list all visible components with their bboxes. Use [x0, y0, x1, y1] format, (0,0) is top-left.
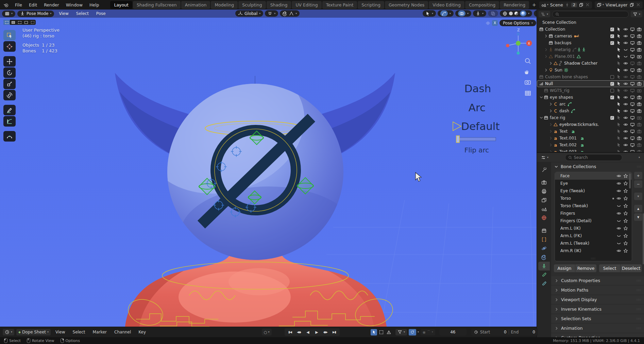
bone-collection-row[interactable]: Arm.L (IK) [555, 225, 632, 232]
new-scene-icon[interactable] [579, 2, 583, 7]
keying-box-button[interactable] [378, 329, 385, 335]
playback-sync-dropdown[interactable]: ○▾ [262, 329, 272, 335]
dope-menu-channel[interactable]: Channel [112, 329, 134, 335]
end-frame-field[interactable]: 0 [532, 330, 535, 334]
visibility-toggle[interactable] [615, 203, 622, 208]
overlays-toggle[interactable]: ▾ [455, 10, 471, 17]
filter-dropdown[interactable]: ▾ [395, 329, 407, 335]
panel-motion-paths[interactable]: Motion Paths∷∷ [551, 286, 644, 294]
tab-physics[interactable] [538, 244, 550, 253]
pin-icon[interactable] [565, 2, 570, 7]
mirror-icon[interactable] [486, 21, 490, 26]
tab-scene[interactable] [538, 204, 550, 213]
menu-window[interactable]: Window [63, 1, 86, 9]
proportional-edit-controls[interactable]: ▾ [280, 10, 300, 17]
wireframe-shading-icon[interactable] [503, 11, 507, 16]
x-mirror-toggle[interactable]: X [492, 20, 498, 26]
orientation-selector[interactable]: Global▾ [235, 10, 263, 17]
pose-options-dropdown[interactable]: Pose Options▾ [499, 20, 536, 26]
menu-help[interactable]: Help [86, 1, 102, 9]
dope-menu-marker[interactable]: Marker [90, 329, 109, 335]
tab-world[interactable] [538, 213, 550, 222]
jump-to-end-button[interactable]: ▶▮ [330, 329, 338, 335]
list-scrollbar[interactable] [629, 174, 631, 189]
add-collection-button[interactable]: + [634, 172, 642, 179]
outliner-row-cameras[interactable]: cameras 4 ✓ [537, 33, 644, 39]
tab-object[interactable] [538, 235, 550, 244]
remove-button[interactable]: Remove [575, 264, 596, 272]
bone-collection-row[interactable]: Torso (Tweak) [555, 202, 632, 210]
tool-transform[interactable] [3, 90, 16, 100]
bone-collection-row[interactable]: Fingers (Detail) [555, 217, 632, 225]
tool-select-box[interactable] [3, 30, 16, 40]
tool-rotate[interactable] [3, 67, 16, 78]
tab-modeling[interactable]: Modeling [211, 1, 238, 9]
list-resize-grip[interactable]: ∷∷ [555, 257, 632, 260]
gizmos-toggle[interactable]: ▾ [438, 10, 454, 17]
tab-bone[interactable] [538, 271, 550, 279]
outliner-row-backups[interactable]: backups ✓ [537, 39, 644, 46]
tab-rendering[interactable]: Rendering [500, 1, 529, 9]
pose-overlay-dropdown[interactable]: ▾ [473, 10, 486, 17]
current-frame-field[interactable]: 46 [439, 329, 467, 335]
properties-editor-selector[interactable]: ▾ [539, 154, 550, 161]
tool-pose-breakdowner[interactable] [3, 131, 16, 142]
start-frame-field[interactable]: 0 [504, 330, 507, 334]
snap-controls[interactable]: ▾ [265, 10, 278, 17]
outliner-row-text002[interactable]: aText.002 a [537, 142, 644, 148]
mode-selector[interactable]: Pose Mode▾ [17, 11, 54, 17]
visibility-dropdown[interactable]: ▾ [423, 10, 436, 17]
solo-star-toggle[interactable] [622, 248, 629, 253]
panel-inverse-kinematics[interactable]: Inverse Kinematics∷∷ [551, 305, 644, 313]
outliner-row-sun[interactable]: Sun [537, 67, 644, 73]
tab-armature-data[interactable] [538, 262, 550, 271]
prev-keyframe-button[interactable]: ◀◆ [295, 329, 303, 335]
select-invert-mode[interactable] [23, 20, 29, 25]
outliner-search-input[interactable] [552, 11, 629, 18]
warning-button[interactable] [386, 329, 392, 335]
visibility-toggle[interactable] [615, 174, 622, 178]
tab-shading[interactable]: Shading [267, 1, 291, 9]
panel-custom-properties[interactable]: Custom Properties∷∷ [551, 333, 644, 337]
label-arc[interactable]: Arc [469, 101, 486, 114]
tool-annotate[interactable] [3, 105, 16, 115]
tab-shading-fullscreen[interactable]: Shading Fullscreen [133, 1, 181, 9]
bone-collection-row-active[interactable]: Torso [555, 195, 632, 202]
solo-star-toggle[interactable] [622, 233, 629, 238]
outliner-row-plane001[interactable]: Plane.001 [537, 53, 644, 60]
move-up-button[interactable]: ▲ [634, 205, 642, 212]
solo-star-toggle[interactable] [622, 241, 629, 246]
properties-options-dropdown[interactable]: ▾ [637, 154, 642, 161]
bone-collection-row[interactable]: Fingers [555, 210, 632, 217]
solo-star-toggle[interactable] [622, 211, 629, 216]
outliner-row-collection[interactable]: Collection ✓ [537, 26, 644, 33]
outliner-row-custom-bone-shapes[interactable]: Custom bone shapes [537, 73, 644, 80]
dope-menu-select[interactable]: Select [70, 329, 88, 335]
specials-dropdown-button[interactable]: ▾ [634, 193, 642, 200]
tab-animation[interactable]: Animation [181, 1, 210, 9]
dope-menu-view[interactable]: View [53, 329, 68, 335]
delete-viewlayer-icon[interactable] [636, 2, 641, 7]
outliner-row-wgts-rig[interactable]: WGTS_rig [537, 87, 644, 94]
menu-file[interactable]: File [12, 1, 25, 9]
menu-edit[interactable]: Edit [26, 1, 40, 9]
tab-collection[interactable] [538, 226, 550, 235]
tab-scripting[interactable]: Scripting [358, 1, 384, 9]
auto-keyframe-toggle[interactable]: ▾ [408, 329, 420, 335]
visibility-toggle[interactable] [615, 211, 622, 216]
next-keyframe-button[interactable]: ◆▶ [321, 329, 329, 335]
panel-custom-properties-bcol[interactable]: Custom Properties∷∷ [551, 276, 644, 285]
assign-button[interactable]: Assign [554, 264, 575, 272]
tool-move[interactable] [3, 56, 16, 67]
tab-output[interactable] [538, 187, 550, 196]
solo-star-toggle[interactable] [622, 181, 629, 186]
outliner-row-face-rig[interactable]: face rig ✓ [537, 114, 644, 121]
select-subtract-mode[interactable] [16, 20, 23, 25]
tab-object-constraints[interactable] [538, 253, 550, 262]
select-intersect-mode[interactable] [29, 20, 36, 25]
select-button[interactable]: Select [599, 264, 620, 272]
editor-type-selector[interactable]: ▾ [2, 11, 15, 17]
outliner-row-text001[interactable]: aText.001 a [537, 135, 644, 142]
bone-collection-row[interactable]: Arm.L (Tweak) [555, 240, 632, 247]
viewport-3d[interactable]: Dash Arc Default Flip arc Z [0, 10, 537, 327]
